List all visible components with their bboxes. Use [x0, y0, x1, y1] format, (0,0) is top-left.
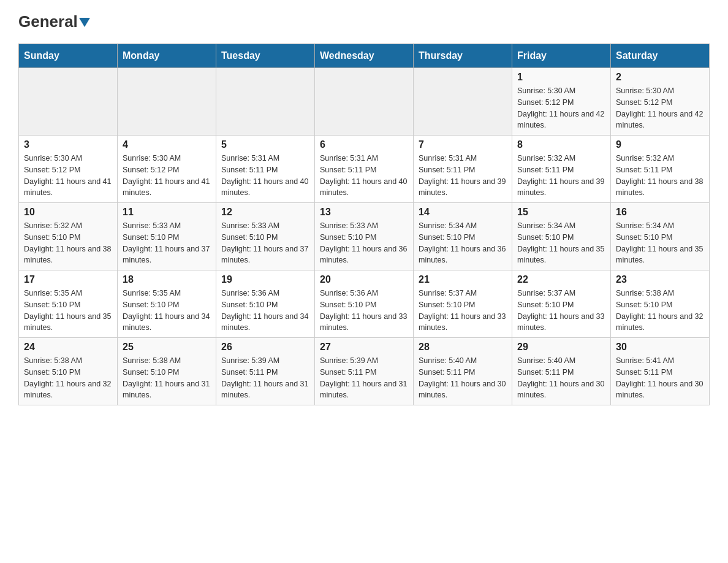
- day-number: 22: [517, 274, 605, 285]
- calendar-cell: 28Sunrise: 5:40 AMSunset: 5:11 PMDayligh…: [414, 338, 512, 405]
- calendar-week-row: 3Sunrise: 5:30 AMSunset: 5:12 PMDaylight…: [19, 136, 710, 203]
- calendar-cell: 8Sunrise: 5:32 AMSunset: 5:11 PMDaylight…: [512, 136, 611, 203]
- day-number: 28: [419, 342, 507, 353]
- day-sun-info: Sunrise: 5:34 AMSunset: 5:10 PMDaylight:…: [616, 220, 704, 266]
- day-of-week-header: Saturday: [611, 44, 710, 68]
- day-number: 27: [320, 342, 408, 353]
- day-number: 14: [419, 207, 507, 218]
- day-of-week-header: Tuesday: [216, 44, 315, 68]
- day-sun-info: Sunrise: 5:36 AMSunset: 5:10 PMDaylight:…: [320, 288, 408, 334]
- day-number: 25: [123, 342, 211, 353]
- day-of-week-header: Sunday: [19, 44, 118, 68]
- day-sun-info: Sunrise: 5:30 AMSunset: 5:12 PMDaylight:…: [123, 153, 211, 199]
- day-sun-info: Sunrise: 5:35 AMSunset: 5:10 PMDaylight:…: [24, 288, 112, 334]
- day-number: 24: [24, 342, 112, 353]
- calendar-cell: 1Sunrise: 5:30 AMSunset: 5:12 PMDaylight…: [512, 68, 611, 136]
- day-number: 4: [123, 139, 211, 150]
- day-sun-info: Sunrise: 5:33 AMSunset: 5:10 PMDaylight:…: [221, 220, 309, 266]
- calendar-cell: [19, 68, 118, 136]
- day-number: 19: [221, 274, 309, 285]
- day-sun-info: Sunrise: 5:39 AMSunset: 5:11 PMDaylight:…: [320, 355, 408, 401]
- day-number: 15: [517, 207, 605, 218]
- logo-general-text: General: [18, 12, 90, 31]
- day-number: 11: [123, 207, 211, 218]
- calendar-cell: 22Sunrise: 5:37 AMSunset: 5:10 PMDayligh…: [512, 270, 611, 338]
- day-number: 1: [517, 72, 605, 83]
- day-sun-info: Sunrise: 5:33 AMSunset: 5:10 PMDaylight:…: [123, 220, 211, 266]
- day-sun-info: Sunrise: 5:30 AMSunset: 5:12 PMDaylight:…: [24, 153, 112, 199]
- calendar-cell: 7Sunrise: 5:31 AMSunset: 5:11 PMDaylight…: [414, 136, 512, 203]
- day-sun-info: Sunrise: 5:37 AMSunset: 5:10 PMDaylight:…: [419, 288, 507, 334]
- day-number: 12: [221, 207, 309, 218]
- calendar-cell: 12Sunrise: 5:33 AMSunset: 5:10 PMDayligh…: [216, 203, 315, 270]
- day-sun-info: Sunrise: 5:36 AMSunset: 5:10 PMDaylight:…: [221, 288, 309, 334]
- calendar-week-row: 24Sunrise: 5:38 AMSunset: 5:10 PMDayligh…: [19, 338, 710, 405]
- calendar-header-row: SundayMondayTuesdayWednesdayThursdayFrid…: [19, 44, 710, 68]
- calendar-cell: 19Sunrise: 5:36 AMSunset: 5:10 PMDayligh…: [216, 270, 315, 338]
- day-sun-info: Sunrise: 5:38 AMSunset: 5:10 PMDaylight:…: [24, 355, 112, 401]
- calendar-cell: 10Sunrise: 5:32 AMSunset: 5:10 PMDayligh…: [19, 203, 118, 270]
- day-sun-info: Sunrise: 5:32 AMSunset: 5:10 PMDaylight:…: [24, 220, 112, 266]
- day-sun-info: Sunrise: 5:37 AMSunset: 5:10 PMDaylight:…: [517, 288, 605, 334]
- day-number: 30: [616, 342, 704, 353]
- day-sun-info: Sunrise: 5:40 AMSunset: 5:11 PMDaylight:…: [419, 355, 507, 401]
- calendar-cell: 24Sunrise: 5:38 AMSunset: 5:10 PMDayligh…: [19, 338, 118, 405]
- day-number: 2: [616, 72, 704, 83]
- day-number: 23: [616, 274, 704, 285]
- day-of-week-header: Thursday: [414, 44, 512, 68]
- day-number: 29: [517, 342, 605, 353]
- day-of-week-header: Friday: [512, 44, 611, 68]
- day-number: 17: [24, 274, 112, 285]
- calendar-week-row: 17Sunrise: 5:35 AMSunset: 5:10 PMDayligh…: [19, 270, 710, 338]
- day-number: 8: [517, 139, 605, 150]
- day-number: 9: [616, 139, 704, 150]
- day-number: 5: [221, 139, 309, 150]
- calendar-cell: 2Sunrise: 5:30 AMSunset: 5:12 PMDaylight…: [611, 68, 710, 136]
- day-sun-info: Sunrise: 5:35 AMSunset: 5:10 PMDaylight:…: [123, 288, 211, 334]
- day-sun-info: Sunrise: 5:34 AMSunset: 5:10 PMDaylight:…: [419, 220, 507, 266]
- calendar-cell: 13Sunrise: 5:33 AMSunset: 5:10 PMDayligh…: [315, 203, 414, 270]
- calendar-cell: 18Sunrise: 5:35 AMSunset: 5:10 PMDayligh…: [118, 270, 216, 338]
- calendar-week-row: 10Sunrise: 5:32 AMSunset: 5:10 PMDayligh…: [19, 203, 710, 270]
- day-number: 26: [221, 342, 309, 353]
- page-header: General: [18, 12, 710, 31]
- calendar-cell: 26Sunrise: 5:39 AMSunset: 5:11 PMDayligh…: [216, 338, 315, 405]
- calendar-cell: 5Sunrise: 5:31 AMSunset: 5:11 PMDaylight…: [216, 136, 315, 203]
- day-sun-info: Sunrise: 5:38 AMSunset: 5:10 PMDaylight:…: [616, 288, 704, 334]
- day-number: 10: [24, 207, 112, 218]
- day-number: 3: [24, 139, 112, 150]
- calendar-cell: 20Sunrise: 5:36 AMSunset: 5:10 PMDayligh…: [315, 270, 414, 338]
- day-number: 7: [419, 139, 507, 150]
- calendar-cell: 14Sunrise: 5:34 AMSunset: 5:10 PMDayligh…: [414, 203, 512, 270]
- day-sun-info: Sunrise: 5:39 AMSunset: 5:11 PMDaylight:…: [221, 355, 309, 401]
- calendar-cell: 11Sunrise: 5:33 AMSunset: 5:10 PMDayligh…: [118, 203, 216, 270]
- day-sun-info: Sunrise: 5:34 AMSunset: 5:10 PMDaylight:…: [517, 220, 605, 266]
- day-number: 16: [616, 207, 704, 218]
- calendar-cell: 30Sunrise: 5:41 AMSunset: 5:11 PMDayligh…: [611, 338, 710, 405]
- calendar-cell: [118, 68, 216, 136]
- calendar-cell: [216, 68, 315, 136]
- day-sun-info: Sunrise: 5:40 AMSunset: 5:11 PMDaylight:…: [517, 355, 605, 401]
- calendar-cell: 25Sunrise: 5:38 AMSunset: 5:10 PMDayligh…: [118, 338, 216, 405]
- day-sun-info: Sunrise: 5:31 AMSunset: 5:11 PMDaylight:…: [221, 153, 309, 199]
- calendar-cell: 27Sunrise: 5:39 AMSunset: 5:11 PMDayligh…: [315, 338, 414, 405]
- calendar-cell: 3Sunrise: 5:30 AMSunset: 5:12 PMDaylight…: [19, 136, 118, 203]
- day-sun-info: Sunrise: 5:30 AMSunset: 5:12 PMDaylight:…: [616, 85, 704, 131]
- calendar-cell: 6Sunrise: 5:31 AMSunset: 5:11 PMDaylight…: [315, 136, 414, 203]
- calendar-cell: 16Sunrise: 5:34 AMSunset: 5:10 PMDayligh…: [611, 203, 710, 270]
- day-sun-info: Sunrise: 5:38 AMSunset: 5:10 PMDaylight:…: [123, 355, 211, 401]
- calendar-cell: [414, 68, 512, 136]
- day-of-week-header: Wednesday: [315, 44, 414, 68]
- calendar-cell: 15Sunrise: 5:34 AMSunset: 5:10 PMDayligh…: [512, 203, 611, 270]
- day-sun-info: Sunrise: 5:31 AMSunset: 5:11 PMDaylight:…: [320, 153, 408, 199]
- day-sun-info: Sunrise: 5:33 AMSunset: 5:10 PMDaylight:…: [320, 220, 408, 266]
- calendar-cell: 4Sunrise: 5:30 AMSunset: 5:12 PMDaylight…: [118, 136, 216, 203]
- day-sun-info: Sunrise: 5:32 AMSunset: 5:11 PMDaylight:…: [517, 153, 605, 199]
- day-number: 21: [419, 274, 507, 285]
- day-number: 20: [320, 274, 408, 285]
- day-sun-info: Sunrise: 5:30 AMSunset: 5:12 PMDaylight:…: [517, 85, 605, 131]
- day-sun-info: Sunrise: 5:32 AMSunset: 5:11 PMDaylight:…: [616, 153, 704, 199]
- logo: General: [18, 12, 90, 31]
- calendar-cell: 29Sunrise: 5:40 AMSunset: 5:11 PMDayligh…: [512, 338, 611, 405]
- day-of-week-header: Monday: [118, 44, 216, 68]
